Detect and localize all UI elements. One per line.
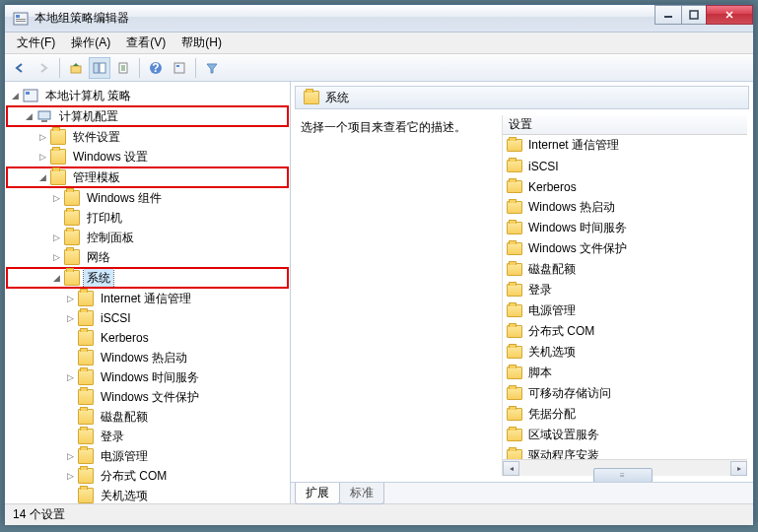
tree-item[interactable]: ▷分布式 COM	[7, 466, 288, 486]
tree-label: 控制面板	[84, 229, 137, 247]
tab-extended[interactable]: 扩展	[295, 483, 340, 504]
right-pane: 系统 选择一个项目来查看它的描述。 设置 Internet 通信管理 iSCSI…	[291, 82, 753, 503]
expand-icon[interactable]: ▷	[64, 450, 76, 462]
scroll-thumb[interactable]: ≡	[593, 468, 653, 482]
collapse-icon[interactable]: ◢	[50, 272, 62, 284]
tree-root[interactable]: ◢ 本地计算机 策略	[7, 86, 288, 105]
blank-toggle	[64, 411, 76, 423]
item-label: Windows 文件保护	[528, 240, 627, 257]
expand-icon[interactable]: ▷	[50, 192, 62, 204]
folder-icon	[50, 149, 66, 165]
menu-help[interactable]: 帮助(H)	[173, 33, 230, 53]
maximize-button[interactable]	[681, 5, 707, 25]
tree-windows-settings[interactable]: ▷ Windows 设置	[7, 147, 288, 166]
tree-item[interactable]: Windows 文件保护	[7, 387, 288, 407]
expand-icon[interactable]: ▷	[64, 371, 76, 383]
content-area: ◢ 本地计算机 策略 ◢ 计算机配置 ▷ 软件设置 ▷ Windows 设置	[5, 82, 753, 503]
menu-action[interactable]: 操作(A)	[63, 33, 118, 53]
tree-item[interactable]: ▷iSCSI	[7, 308, 288, 328]
horizontal-scrollbar[interactable]: ◂ ≡ ▸	[503, 459, 747, 476]
list-item[interactable]: Windows 文件保护	[503, 238, 747, 259]
tree-control-panel[interactable]: ▷ 控制面板	[7, 228, 288, 247]
tree-windows-components[interactable]: ▷ Windows 组件	[7, 188, 288, 208]
description-text: 选择一个项目来查看它的描述。	[301, 120, 466, 134]
tree-admin-templates[interactable]: ◢ 管理模板	[7, 167, 288, 187]
tree-label: Windows 文件保护	[98, 388, 202, 407]
expand-icon[interactable]: ▷	[50, 232, 62, 243]
tree-item[interactable]: Kerberos	[7, 328, 288, 348]
svg-rect-13	[176, 65, 179, 67]
collapse-icon[interactable]: ◢	[36, 171, 48, 183]
column-header-settings[interactable]: 设置	[503, 115, 747, 135]
list-item[interactable]: Internet 通信管理	[503, 135, 747, 156]
tree-item[interactable]: ▷Internet 通信管理	[7, 289, 288, 308]
tree-item[interactable]: ▷Windows 时间服务	[7, 367, 288, 387]
folder-icon	[507, 284, 522, 297]
description-panel: 选择一个项目来查看它的描述。	[297, 115, 494, 476]
item-label: Windows 热启动	[528, 199, 615, 216]
folder-icon	[78, 291, 94, 306]
tree-label: Windows 组件	[84, 189, 165, 208]
tree-pane[interactable]: ◢ 本地计算机 策略 ◢ 计算机配置 ▷ 软件设置 ▷ Windows 设置	[5, 82, 291, 503]
folder-icon	[64, 210, 80, 226]
expand-icon[interactable]: ▷	[36, 131, 48, 143]
up-button[interactable]	[65, 57, 87, 79]
properties-button[interactable]	[169, 57, 190, 79]
folder-icon	[78, 389, 94, 405]
list-item[interactable]: 关机选项	[503, 342, 747, 363]
tree-item[interactable]: 磁盘配额	[7, 407, 288, 427]
collapse-icon[interactable]: ◢	[23, 110, 34, 122]
show-hide-tree-button[interactable]	[89, 57, 110, 79]
expand-icon[interactable]: ▷	[64, 312, 76, 324]
list-item[interactable]: 磁盘配额	[503, 259, 747, 280]
expand-icon[interactable]: ▷	[36, 151, 48, 163]
menu-file[interactable]: 文件(F)	[9, 33, 63, 53]
expand-icon[interactable]: ▷	[50, 251, 62, 263]
expand-icon[interactable]: ▷	[64, 470, 76, 482]
minimize-button[interactable]	[655, 5, 682, 25]
list-item[interactable]: 电源管理	[503, 300, 747, 321]
close-button[interactable]	[706, 5, 753, 25]
tree-computer-config[interactable]: ◢ 计算机配置	[7, 106, 288, 126]
forward-button[interactable]	[33, 57, 54, 79]
collapse-icon[interactable]: ◢	[9, 90, 21, 101]
tree-item[interactable]: 登录	[7, 427, 288, 446]
right-header: 系统	[295, 86, 749, 109]
export-button[interactable]	[112, 57, 134, 79]
window-title: 本地组策略编辑器	[34, 10, 655, 27]
settings-list[interactable]: Internet 通信管理 iSCSI Kerberos Windows 热启动…	[503, 135, 747, 459]
tree-system[interactable]: ◢ 系统	[7, 268, 288, 288]
menu-view[interactable]: 查看(V)	[118, 33, 173, 53]
svg-rect-1	[16, 15, 20, 18]
scroll-right-button[interactable]: ▸	[730, 461, 747, 476]
tree-item[interactable]: Windows 热启动	[7, 348, 288, 367]
expand-icon[interactable]: ▷	[64, 293, 76, 304]
list-item[interactable]: Windows 时间服务	[503, 218, 747, 238]
tree-item[interactable]: ▷电源管理	[7, 446, 288, 466]
help-button[interactable]: ?	[145, 57, 167, 79]
back-button[interactable]	[9, 57, 31, 79]
folder-icon	[64, 249, 80, 265]
tree-network[interactable]: ▷ 网络	[7, 247, 288, 267]
tree-printers[interactable]: 打印机	[7, 208, 288, 228]
list-item[interactable]: 凭据分配	[503, 404, 747, 425]
tree-software-settings[interactable]: ▷ 软件设置	[7, 127, 288, 147]
titlebar[interactable]: 本地组策略编辑器	[5, 5, 753, 33]
list-item[interactable]: Windows 热启动	[503, 197, 747, 218]
svg-rect-12	[174, 63, 184, 73]
list-item[interactable]: 脚本	[503, 363, 747, 383]
list-item[interactable]: 登录	[503, 280, 747, 300]
list-item[interactable]: 驱动程序安装	[503, 445, 747, 459]
filter-button[interactable]	[201, 57, 223, 79]
list-item[interactable]: 区域设置服务	[503, 425, 747, 445]
list-item[interactable]: 可移动存储访问	[503, 383, 747, 404]
tree-item[interactable]: 关机选项	[7, 486, 288, 503]
list-item[interactable]: Kerberos	[503, 176, 747, 197]
toolbar: ?	[5, 54, 753, 82]
folder-icon	[50, 129, 66, 145]
scroll-left-button[interactable]: ◂	[503, 461, 519, 476]
tab-standard[interactable]: 标准	[339, 483, 384, 504]
list-item[interactable]: 分布式 COM	[503, 321, 747, 342]
item-label: 可移动存储访问	[528, 385, 611, 402]
list-item[interactable]: iSCSI	[503, 156, 747, 176]
